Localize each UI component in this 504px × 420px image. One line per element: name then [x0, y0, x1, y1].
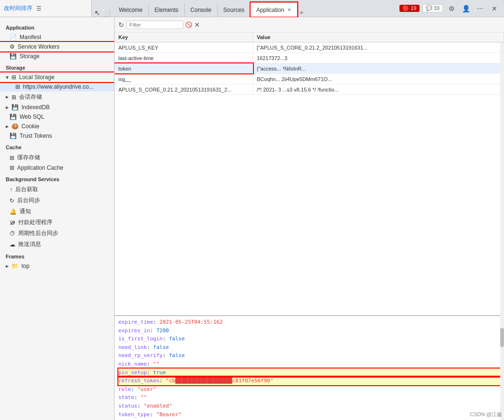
frames-top-group[interactable]: ▶ 📁 top — [0, 261, 114, 271]
nav-item-service-workers[interactable]: ⚙ Service Workers — [0, 42, 114, 51]
token-table-row[interactable]: token {"access... ¹NiIsInR... — [115, 63, 504, 74]
close-devtools-icon[interactable]: ✕ — [489, 3, 500, 14]
tab-application-label: Application — [256, 7, 284, 13]
settings-icon[interactable]: ⚙ — [446, 3, 457, 14]
table-header: Key Value — [115, 32, 504, 42]
value-line-is-first-login: is_first_login: false — [118, 335, 500, 343]
value-line-token-type: token_type: "Bearer" — [118, 410, 500, 419]
cell-key-4: isg__ — [115, 74, 253, 84]
nav-item-web-sql[interactable]: 💾 Web SQL — [0, 112, 114, 122]
refresh-button[interactable]: ↻ — [118, 21, 124, 29]
bg-sync-icon: ↻ — [10, 197, 14, 204]
devtools-left-icons: 改时间排序 ☰ — [0, 0, 92, 17]
frames-section-label: Frames — [0, 250, 114, 261]
filter-clear-button[interactable]: 🚫 — [185, 21, 192, 28]
service-workers-icon: ⚙ — [10, 43, 15, 50]
nav-item-push[interactable]: ☁ 推送消息 — [0, 239, 114, 250]
tab-application[interactable]: Application ✕ — [251, 2, 297, 17]
periodic-sync-icon: ⏱ — [10, 230, 15, 237]
cell-value-1: ["APLUS_S_CORE_0.21.2_20210513191631... — [253, 42, 504, 52]
indexeddb-label: IndexedDB — [21, 104, 50, 111]
notifications-label: 通知 — [20, 207, 31, 215]
hamburger-icon[interactable]: ☰ — [36, 5, 42, 12]
column-key[interactable]: Key — [115, 32, 253, 42]
nav-item-trust-tokens[interactable]: 💾 Trust Tokens — [0, 131, 114, 141]
nav-item-bg-fetch[interactable]: ↑ 后台获取 — [0, 184, 114, 195]
value-line-nick-name: nick_name: "" — [118, 360, 500, 369]
periodic-sync-label: 周期性后台同步 — [18, 229, 58, 237]
filter-close-button[interactable]: ✕ — [194, 21, 200, 29]
top-bar: 改时间排序 ☰ ↖ ⬜ Welcome Elements Console Sou… — [0, 0, 504, 17]
tabs-area: ↖ ⬜ Welcome Elements Console Sources App… — [92, 0, 396, 17]
main-content: Application 📄 Manifest ⚙ Service Workers… — [0, 17, 504, 420]
cell-value-3: {"access... ¹NiIsInR... — [253, 63, 504, 73]
bg-sync-label: 后台同步 — [17, 196, 40, 205]
profile-icon[interactable]: 👤 — [460, 3, 472, 14]
cookie-icon: 🍪 — [11, 123, 19, 130]
more-options-icon[interactable]: ⋯ — [474, 3, 486, 14]
storage-label: Storage — [20, 53, 40, 60]
table-row[interactable]: last-active-time 16217372...3 — [115, 53, 504, 63]
bg-services-section-label: Background Services — [0, 173, 114, 184]
application-cache-label: Application Cache — [17, 164, 63, 171]
nav-item-cache-storage[interactable]: ⊞ 缓存存储 — [0, 152, 114, 163]
nav-item-application-cache[interactable]: ⊞ Application Cache — [0, 163, 114, 173]
aliyundrive-label: https://www.aliyundrive.co... — [23, 83, 94, 90]
error-badge: 🔴 19 — [399, 5, 419, 12]
application-section-label: Application — [0, 21, 114, 32]
nav-item-notifications[interactable]: 🔔 通知 — [0, 206, 114, 217]
value-line-pin-setup: pin_setup: true — [118, 369, 500, 377]
table-row[interactable]: APLUS_LS_KEY ["APLUS_S_CORE_0.21.2_20210… — [115, 42, 504, 53]
nav-item-payment[interactable]: 🖳 付款处理程序 — [0, 217, 114, 228]
web-sql-icon: 💾 — [10, 113, 17, 120]
scrollbar-thumb[interactable] — [500, 328, 504, 347]
toolbar-right: 🔴 19 💬 33 ⚙ 👤 ⋯ ✕ — [396, 3, 504, 14]
cell-value-5: /*! 2021- 3 ...s3 v8.15.6 */ !functio... — [253, 84, 504, 94]
nav-item-periodic-sync[interactable]: ⏱ 周期性后台同步 — [0, 228, 114, 239]
value-line-expire: expire_time: 2021-05-25T04:55:162 — [118, 318, 500, 327]
inspect-icon[interactable]: ↖ — [94, 9, 100, 17]
indexeddb-group[interactable]: ▶ 💾 IndexedDB — [0, 102, 114, 112]
cookie-group[interactable]: ▶ 🍪 Cookie — [0, 122, 114, 131]
local-storage-group[interactable]: ▶ ⊞ Local Storage — [0, 72, 114, 82]
tab-elements[interactable]: Elements — [149, 3, 185, 17]
value-line-status: status: "enabled" — [118, 402, 500, 410]
table-row[interactable]: APLUS_S_CORE_0.21.2_20210513191631_2... … — [115, 84, 504, 95]
filter-input[interactable] — [126, 20, 183, 29]
chinese-label[interactable]: 改时间排序 — [4, 4, 32, 12]
payment-icon: 🖳 — [10, 219, 15, 226]
cell-value-4: BCoqhn... 2ii4Upe5DMm671O... — [253, 74, 504, 84]
tab-application-close[interactable]: ✕ — [287, 7, 291, 12]
more-tabs-button[interactable]: » — [297, 8, 306, 17]
scrollbar[interactable] — [500, 32, 504, 420]
application-nav: Application 📄 Manifest ⚙ Service Workers… — [0, 17, 115, 420]
nav-item-storage-clear[interactable]: 💾 Storage — [0, 51, 114, 61]
value-panel: expire_time: 2021-05-25T04:55:162 expire… — [115, 315, 504, 420]
service-workers-label: Service Workers — [18, 43, 60, 50]
cache-section-label: Cache — [0, 141, 114, 152]
storage-section-label: Storage — [0, 61, 114, 72]
value-line-need-link: need_link: false — [118, 343, 500, 352]
cookie-triangle: ▶ — [6, 124, 9, 129]
indexeddb-triangle: ▶ — [6, 105, 9, 110]
session-storage-label: 会话存储 — [19, 93, 42, 101]
column-value[interactable]: Value — [253, 32, 504, 42]
bg-fetch-icon: ↑ — [10, 186, 12, 193]
nav-item-aliyundrive[interactable]: ⊞ https://www.aliyundrive.co... — [0, 82, 114, 92]
manifest-label: Manifest — [20, 34, 41, 41]
app-panel: Application 📄 Manifest ⚙ Service Workers… — [0, 17, 504, 420]
web-sql-label: Web SQL — [20, 113, 44, 120]
warn-badge: 💬 33 — [422, 4, 443, 12]
table-row[interactable]: isg__ BCoqhn... 2ii4Upe5DMm671O... — [115, 74, 504, 84]
tab-welcome[interactable]: Welcome — [113, 3, 149, 17]
tab-console[interactable]: Console — [185, 3, 218, 17]
nav-item-manifest[interactable]: 📄 Manifest — [0, 32, 114, 42]
tab-sources[interactable]: Sources — [218, 3, 251, 17]
cookie-label: Cookie — [21, 123, 39, 130]
device-icon[interactable]: ⬜ — [102, 9, 110, 17]
notifications-icon: 🔔 — [10, 208, 17, 215]
tab-sources-label: Sources — [223, 7, 244, 13]
session-storage-group[interactable]: ▶ ⊞ 会话存储 — [0, 92, 114, 102]
nav-item-bg-sync[interactable]: ↻ 后台同步 — [0, 195, 114, 206]
trust-tokens-label: Trust Tokens — [20, 133, 52, 139]
